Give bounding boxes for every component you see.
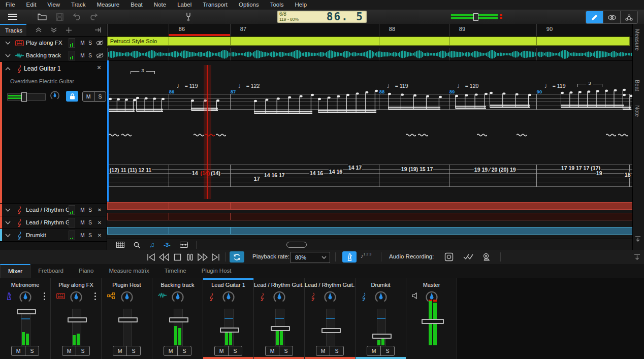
solo-button[interactable]: S (380, 346, 394, 355)
fretboard-grid-icon[interactable] (116, 242, 124, 248)
track-row-play-along-fx[interactable]: Play along FXMS (0, 37, 107, 49)
solo-button[interactable]: S (330, 346, 343, 355)
lead-rhythm-2-lane-block[interactable] (169, 213, 231, 220)
menu-item-tools[interactable]: Tools (265, 0, 289, 10)
solo-button[interactable]: S (228, 346, 242, 355)
mixer-channel-play-along-fx[interactable]: Play along FXMS (51, 278, 102, 359)
pan-knob[interactable] (374, 290, 388, 304)
chord-diagram-icon[interactable] (180, 242, 188, 248)
solo-button[interactable]: S (126, 346, 140, 355)
tab-fret-numbers[interactable]: 14 16 (309, 170, 324, 176)
hamburger-menu-button[interactable] (5, 11, 20, 22)
save-button[interactable] (53, 11, 66, 22)
menu-item-edit[interactable]: Edit (21, 0, 42, 10)
measure-number-90[interactable]: 90 (546, 26, 553, 32)
pan-knob[interactable] (222, 290, 235, 304)
stop-button[interactable] (171, 252, 183, 262)
fader-track[interactable] (123, 309, 132, 346)
menu-item-options[interactable]: Options (233, 0, 265, 10)
note-duration-icon[interactable]: ♫ (149, 241, 155, 249)
solo-button[interactable]: S (279, 346, 293, 355)
track-hidden-icon[interactable] (94, 40, 105, 46)
mute-button[interactable]: M (12, 346, 25, 355)
menu-item-label[interactable]: Label (172, 0, 197, 10)
edit-mode-button[interactable] (586, 11, 603, 23)
measure-number-89[interactable]: 89 (459, 26, 465, 32)
sidebar-label-measure[interactable]: Measure (634, 29, 640, 51)
pan-knob[interactable] (70, 290, 83, 304)
collapse-panel-button[interactable] (95, 27, 101, 32)
mute-button[interactable]: M (62, 346, 76, 355)
tuplet-button[interactable]: -3- (164, 242, 170, 248)
drumkit-lane-block[interactable] (107, 227, 169, 235)
tab-fret-numbers[interactable]: 19 (19) 15 17 (401, 166, 433, 172)
fast-forward-button[interactable] (197, 252, 209, 262)
track-row-drumkit[interactable]: DrumkitMS✕ (0, 229, 107, 242)
chevron-down-icon[interactable] (5, 234, 11, 237)
fader-handle[interactable] (271, 326, 290, 331)
solo-button[interactable]: S (25, 346, 39, 355)
menu-item-track[interactable]: Track (66, 0, 91, 10)
record-button[interactable] (443, 252, 455, 262)
track-volume-slider[interactable] (7, 93, 46, 101)
mute-button[interactable]: M (367, 346, 380, 355)
collapse-transport-icon[interactable] (631, 252, 643, 262)
move-track-down-button[interactable] (51, 27, 57, 32)
menu-item-help[interactable]: Help (289, 0, 313, 10)
go-to-start-button[interactable] (145, 252, 157, 262)
lead-rhythm-2-lane-block[interactable] (230, 213, 632, 220)
solo-button[interactable]: S (86, 233, 94, 238)
pan-knob[interactable] (324, 290, 337, 304)
webcam-button[interactable] (480, 252, 493, 262)
lead-rhythm-1-lane-block[interactable] (230, 202, 632, 210)
pan-knob[interactable] (19, 290, 32, 304)
remove-track-button[interactable]: ✕ (94, 207, 105, 213)
pan-knob[interactable] (273, 290, 286, 304)
play-along-block[interactable] (536, 37, 630, 46)
fader-handle[interactable] (118, 317, 138, 322)
play-along-block[interactable] (230, 37, 379, 46)
pan-knob[interactable] (171, 290, 184, 304)
fader-handle[interactable] (17, 309, 36, 314)
menu-item-measure[interactable]: Measure (91, 0, 125, 10)
measure-number-87[interactable]: 87 (240, 26, 246, 32)
mute-button[interactable]: M (215, 346, 228, 355)
measure-number-88[interactable]: 88 (389, 26, 395, 32)
lead-rhythm-1-lane-block[interactable] (169, 202, 231, 210)
open-file-button[interactable] (36, 11, 49, 22)
track-row-lead-rhythm-gu-[interactable]: Lead / Rhythm Gu...MS✕ (0, 216, 107, 229)
tuning-fork-icon[interactable] (183, 11, 194, 22)
pause-button[interactable] (184, 252, 196, 262)
collapse-sidebar-icon[interactable] (635, 236, 641, 242)
tab-fret-numbers[interactable]: 14 17 (348, 165, 362, 171)
mixer-channel-metronome[interactable]: MetronomeMS (0, 278, 51, 359)
measure-number-86[interactable]: 86 (179, 26, 185, 32)
tab-fret-numbers[interactable]: 17 (253, 176, 261, 182)
mute-button[interactable]: M (266, 346, 279, 355)
lead-rhythm-2-lane-block[interactable] (107, 213, 169, 220)
tab-piano[interactable]: Piano (71, 264, 101, 278)
collapse-track-chevron[interactable] (5, 67, 11, 71)
play-along-block[interactable] (449, 37, 537, 46)
tab-fretboard[interactable]: Fretboard (30, 264, 71, 278)
mute-button[interactable]: M (79, 220, 86, 225)
tab-fret-numbers[interactable]: 19 19 ⁄ 20 (20) 19 (474, 167, 517, 173)
solo-button[interactable]: S (86, 207, 94, 213)
drumkit-lane-block[interactable] (169, 227, 231, 235)
tab-fret-numbers[interactable]: (12) 11 (11) 12 11 (109, 167, 152, 173)
mixer-channel-lead-rhythm-guit-[interactable]: Lead / Rhythm Guit...MS (254, 278, 305, 359)
mixer-channel-lead-guitar-1[interactable]: Lead Guitar 1MS (203, 278, 254, 359)
count-in-button[interactable]: ♪1 2 3 (361, 252, 371, 259)
validate-takes-button[interactable] (462, 252, 474, 262)
playback-rate-dropdown[interactable]: 80% (291, 252, 330, 263)
chevron-down-icon[interactable] (5, 208, 11, 212)
solo-button[interactable]: S (86, 53, 94, 58)
volume-slider-handle[interactable] (473, 13, 478, 21)
fader-handle[interactable] (220, 328, 239, 333)
zoom-icon[interactable] (134, 242, 140, 248)
sound-engine-button[interactable] (620, 11, 637, 23)
master-fader-handle[interactable] (422, 319, 444, 324)
menu-item-transport[interactable]: Transport (197, 0, 233, 10)
expanded-track-lead-guitar-1[interactable]: Lead Guitar 1 ✕ Overdriven Electric Guit… (0, 62, 107, 204)
tab-fret-numbers[interactable]: 18 (624, 172, 631, 178)
